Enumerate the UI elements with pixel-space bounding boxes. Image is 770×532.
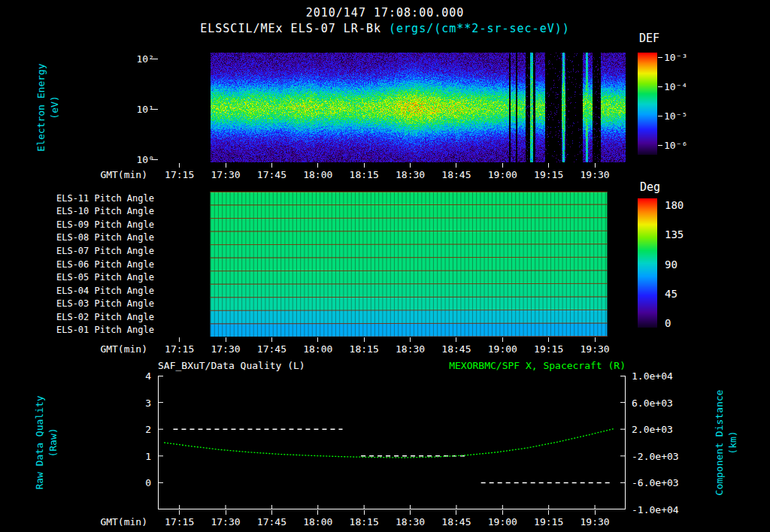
panel3-left-axis-label: Raw Data Quality (Raw) [33, 395, 59, 489]
time-tick-mark [548, 337, 549, 342]
distance-tick-label: 6.0e+03 [632, 397, 673, 408]
deg-colorbar [638, 198, 657, 328]
time-tick-label: 17:15 [165, 516, 194, 527]
time-tick-mark [317, 337, 318, 342]
time-tick-mark [410, 163, 411, 168]
deg-colorbar-tick-label: 0 [665, 317, 671, 329]
panel3-left-title: SAF_BXuT/Data Quality (L) [158, 360, 305, 371]
time-tick-label: 19:00 [488, 343, 517, 355]
time-tick-label: 18:00 [303, 516, 332, 527]
time-tick-mark [179, 337, 180, 342]
time-tick-mark [226, 337, 226, 342]
time-tick-mark [226, 510, 226, 515]
def-colorbar-tick-label: 10⁻⁶ [664, 140, 687, 151]
quality-tick-label: 0 [145, 477, 151, 488]
def-colorbar-tick-label: 10⁻⁴ [664, 81, 687, 92]
time-tick-mark [179, 163, 180, 168]
panel3-right-axis-label-line2: (km) [726, 390, 740, 496]
time-tick-label: 18:00 [303, 169, 332, 180]
def-colorbar [638, 53, 657, 155]
time-tick-mark [595, 337, 596, 342]
quality-tick-label: 4 [145, 370, 151, 382]
time-tick-mark [364, 163, 365, 168]
pitch-row-label: ELS-06 Pitch Angle [56, 259, 154, 270]
time-tick-mark [595, 163, 596, 168]
quality-distance-plot [158, 376, 626, 509]
time-tick-label: 18:30 [396, 516, 425, 527]
distance-tick-label: 2.0e+03 [632, 424, 673, 435]
units-label: (ergs/(cm**2-sr-sec-eV)) [389, 22, 570, 35]
pitch-row-label: ELS-10 Pitch Angle [56, 206, 154, 216]
panel3-left-axis-label-line2: (Raw) [47, 395, 60, 489]
def-colorbar-tick-label: 10⁻³ [664, 52, 687, 63]
panel3-left-axis-label-line1: Raw Data Quality [33, 395, 47, 489]
deg-colorbar-tick-label: 45 [665, 288, 678, 300]
time-tick-mark [502, 163, 503, 168]
def-colorbar-tick-mark [658, 86, 662, 87]
distance-tick-label: 1.0e+04 [632, 370, 673, 382]
colorbar2-title: Deg [640, 180, 660, 194]
time-tick-mark [548, 510, 549, 515]
time-tick-mark [410, 337, 411, 342]
time-tick-label: 17:30 [211, 516, 240, 527]
pitch-row-label: ELS-03 Pitch Angle [56, 298, 154, 309]
panel1-y-axis-label-line2: (eV) [48, 63, 62, 151]
time-tick-mark [364, 337, 365, 342]
time-tick-label: 18:45 [441, 343, 471, 355]
time-tick-mark [271, 510, 272, 515]
quality-tick-label: 1 [145, 450, 151, 461]
pitch-row-label: ELS-04 Pitch Angle [56, 286, 154, 296]
pitch-angle-heatmap [158, 192, 626, 337]
energy-tick-mark [152, 159, 158, 160]
time-tick-mark [502, 337, 503, 342]
def-colorbar-tick-mark [658, 145, 662, 146]
pitch-row-label: ELS-05 Pitch Angle [56, 272, 154, 283]
time-tick-label: 18:45 [441, 169, 471, 180]
time-tick-label: 19:30 [581, 169, 610, 180]
instrument-title: ELSSCIL/MEx ELS-07 LR-Bk [200, 22, 381, 35]
datetime-title: 2010/147 17:08:00.000 [0, 6, 770, 20]
time-tick-mark [410, 510, 411, 515]
electron-spectrogram [158, 53, 626, 162]
panel3-right-axis-label-line1: Component Distance [713, 390, 726, 496]
deg-colorbar-tick-label: 180 [665, 199, 684, 211]
time-tick-label: 17:45 [257, 343, 286, 355]
gmt-axis-label: GMT(min) [100, 516, 147, 527]
plot-viewer: 2010/147 17:08:00.000 ELSSCIL/MEx ELS-07… [0, 0, 770, 532]
time-tick-mark [317, 163, 318, 168]
time-tick-label: 19:00 [488, 169, 517, 180]
pitch-row-label: ELS-02 Pitch Angle [56, 312, 154, 322]
time-tick-mark [456, 337, 456, 342]
time-tick-label: 18:15 [350, 343, 379, 355]
pitch-row-label: ELS-09 Pitch Angle [56, 219, 154, 230]
distance-tick-label: -6.0e+03 [632, 477, 679, 488]
deg-colorbar-tick-label: 90 [665, 258, 678, 271]
time-tick-label: 18:30 [396, 343, 425, 355]
time-tick-label: 17:30 [211, 343, 240, 355]
time-tick-label: 19:00 [488, 516, 517, 527]
quality-tick-label: 3 [145, 397, 151, 408]
time-tick-label: 19:15 [534, 343, 563, 355]
time-tick-mark [271, 337, 272, 342]
time-tick-label: 19:30 [581, 343, 610, 355]
time-tick-mark [271, 163, 272, 168]
def-colorbar-tick-mark [658, 116, 662, 116]
time-tick-label: 18:00 [303, 343, 332, 355]
pitch-row-label: ELS-07 Pitch Angle [56, 246, 154, 256]
time-tick-mark [364, 510, 365, 515]
time-tick-label: 19:15 [534, 516, 563, 527]
time-tick-label: 18:30 [396, 169, 425, 180]
pitch-row-label: ELS-08 Pitch Angle [56, 232, 154, 243]
time-tick-label: 18:15 [350, 516, 379, 527]
time-tick-mark [317, 510, 318, 515]
time-tick-mark [179, 510, 180, 515]
def-colorbar-tick-mark [658, 57, 662, 58]
panel1-y-axis-label-line1: Electron Energy [35, 63, 48, 151]
time-tick-label: 17:30 [211, 169, 240, 180]
time-tick-label: 17:15 [165, 169, 194, 180]
time-tick-label: 17:45 [257, 516, 286, 527]
gmt-axis-label: GMT(min) [100, 343, 147, 355]
panel1-y-axis-label: Electron Energy (eV) [35, 63, 61, 151]
pitch-row-label: ELS-01 Pitch Angle [56, 325, 154, 335]
energy-tick-mark [152, 109, 158, 110]
